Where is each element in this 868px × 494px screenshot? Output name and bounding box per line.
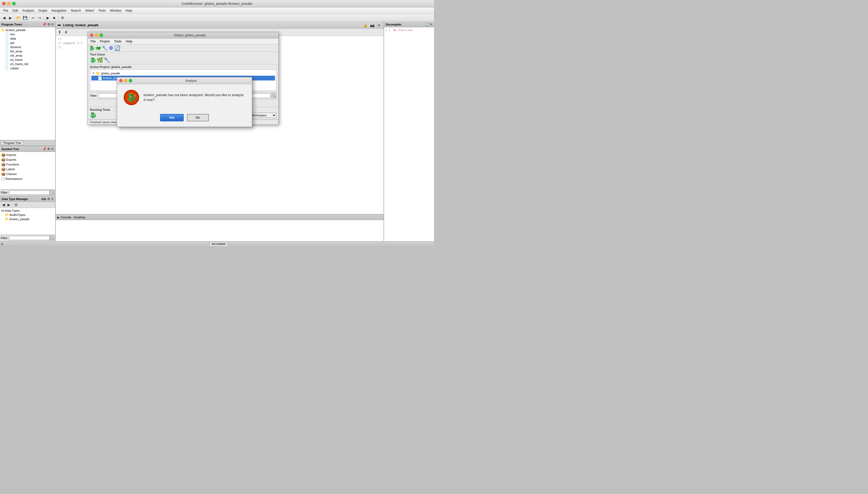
listing-snapshot-icon[interactable]: 📷 [369, 22, 375, 28]
dialog-min-btn[interactable] [124, 79, 127, 82]
console-expand-icon[interactable]: ▶ [57, 216, 59, 219]
toolbar-stop[interactable]: ■ [51, 15, 57, 21]
listing-lock-icon[interactable]: 🔒 [362, 22, 368, 28]
dtm-back-btn[interactable]: ◀ [1, 202, 6, 207]
dtm-fwd-btn[interactable]: ▶ [6, 202, 11, 207]
toolbar-redo[interactable]: ↪ [37, 15, 42, 21]
console-content[interactable] [56, 220, 383, 241]
status-bar: ℹ 00100000 [0, 241, 434, 247]
menu-edit[interactable]: Edit [11, 8, 20, 13]
symbol-functions[interactable]: 📦 Functions [1, 162, 55, 167]
tree-root-item[interactable]: 📁 broken_pwsafe [1, 28, 55, 32]
dtm-close-icon[interactable]: ✕ [51, 197, 54, 201]
toolbar-forward[interactable]: ▶ [7, 15, 13, 21]
close-panel-icon[interactable]: ✕ [51, 23, 54, 26]
toolbar-run[interactable]: ▶ [45, 15, 51, 21]
config-icon-2[interactable]: ⚙ [47, 147, 50, 151]
dtm-broken-pwsafe[interactable]: 📁 broken_pwsafe [1, 217, 55, 221]
listing-tb-btn2[interactable]: ⬇ [63, 29, 69, 35]
tree-item-bss[interactable]: 📄 .bss [1, 32, 55, 36]
symbol-namespaces[interactable]: { } Namespaces [1, 176, 55, 181]
menu-analysis[interactable]: Analysis [20, 8, 36, 13]
menu-navigation[interactable]: Navigation [50, 8, 69, 13]
pin-icon-2[interactable]: 📌 [42, 147, 46, 151]
symbol-classes[interactable]: 📦 Classes [1, 172, 55, 176]
app-title: CodeBrowser: ghidra_pwsafe:/broken_pwsaf… [182, 2, 253, 5]
ghidra-tb-btn4[interactable]: ⚙ [108, 45, 114, 51]
dialog-max-btn[interactable] [129, 79, 132, 82]
dtm-action-btn[interactable]: ⚙ [14, 202, 18, 207]
labels-icon: 📦 [1, 167, 5, 171]
toolbar-save[interactable]: 💾 [22, 15, 28, 21]
dtm-config-icon[interactable]: ⚙ [47, 197, 50, 201]
tree-item-eh-frame[interactable]: 📄 .eh_frame [1, 58, 55, 62]
toolbar-separator-4 [58, 15, 58, 20]
workspace-select[interactable]: Workspace [249, 113, 276, 118]
toolbar-open[interactable]: 📂 [16, 15, 21, 21]
ghidra-min-btn[interactable] [95, 34, 98, 37]
minimize-button[interactable] [7, 2, 11, 5]
tree-item-eh-frame-hdr[interactable]: 📄 .eh_frame_hdr [1, 62, 55, 66]
ghidra-tb-btn1[interactable]: 🐉 [89, 45, 95, 51]
program-tree-tab[interactable]: Program Tree [1, 141, 24, 145]
listing-tb-btn1[interactable]: ⬆ [57, 29, 63, 35]
menu-help[interactable]: Help [123, 8, 134, 13]
ghidra-tb-btn3[interactable]: 🔧 [102, 45, 107, 51]
tree-item-fini-array[interactable]: 📄 .fini_array [1, 49, 55, 53]
symbol-filter-button[interactable]: 🔍 [50, 190, 54, 195]
menu-select[interactable]: Select [83, 8, 96, 13]
close-symbol-icon[interactable]: ✕ [51, 147, 54, 151]
decompiler-refresh-icon[interactable]: 🔄 [425, 23, 429, 26]
menu-window[interactable]: Window [108, 8, 123, 13]
close-button[interactable] [2, 2, 5, 5]
symbol-labels[interactable]: 📦 Labels [1, 167, 55, 172]
g-menu-file[interactable]: File [89, 39, 97, 44]
g-menu-project[interactable]: Project [98, 39, 111, 44]
maximize-button[interactable] [12, 2, 16, 5]
toolbar-back[interactable]: ◀ [1, 15, 7, 21]
g-menu-tools[interactable]: Tools [113, 39, 123, 44]
tree-item-rodata[interactable]: 📄 .rodata [1, 66, 55, 70]
ghidra-window-controls [90, 34, 103, 37]
ghidra-tb-btn5[interactable]: 🔄 [114, 45, 120, 51]
symbol-exports[interactable]: 📦 Exports [1, 157, 55, 162]
dtm-arrow-icon[interactable]: ◀ [41, 197, 43, 201]
tree-item-data[interactable]: 📄 .data [1, 36, 55, 41]
dtm-filter-button[interactable]: 🔍 [50, 235, 54, 240]
ghidra-tb-btn2[interactable]: 🐲 [95, 45, 101, 51]
g-menu-help[interactable]: Help [124, 39, 134, 44]
symbol-filter-input[interactable] [9, 190, 50, 195]
ghidra-close-btn[interactable] [90, 34, 94, 37]
menu-graph[interactable]: Graph [36, 8, 50, 13]
dtm-builtin-types[interactable]: 📁 BuiltInTypes [1, 213, 55, 217]
analyze-yes-button[interactable]: Yes [160, 114, 184, 121]
pin-icon[interactable]: 📌 [42, 23, 46, 26]
window-controls[interactable] [2, 2, 16, 5]
tree-item-got[interactable]: 📄 .got [1, 41, 55, 45]
ghidra-titlebar: Ghidra: ghidra_pwsafe [88, 32, 278, 39]
dialog-close-btn[interactable] [119, 79, 123, 82]
running-tool-icon[interactable]: 🐉 [90, 112, 96, 118]
menu-search[interactable]: Search [69, 8, 83, 13]
tool-chest-icon-3[interactable]: 🔧 [104, 57, 110, 63]
menu-file[interactable]: File [1, 8, 11, 13]
analyze-no-button[interactable]: No [187, 114, 209, 121]
project-filter-btn[interactable]: 🔍 [272, 93, 276, 98]
toolbar-undo[interactable]: ↩ [30, 15, 36, 21]
tree-item-dynamic[interactable]: 📄 .dynamic [1, 45, 55, 49]
toolbar-settings[interactable]: ⚙ [59, 15, 65, 21]
listing-close-icon[interactable]: ✕ [376, 22, 382, 28]
symbol-imports[interactable]: 📦 Imports [1, 152, 55, 157]
project-root-item[interactable]: ▼ 📁 ghidra_pwsafe [91, 71, 275, 76]
menu-tools[interactable]: Tools [96, 8, 108, 13]
dtm-data-types-root[interactable]: 🗃 Data Types [1, 208, 55, 213]
tool-chest-icon-1[interactable]: 🐉 [90, 57, 96, 63]
dtm-filter-input[interactable] [9, 236, 50, 240]
decompiler-close-icon[interactable]: ✕ [430, 23, 432, 26]
ghidra-toolbar: 🐉 🐲 🔧 ⚙ 🔄 [88, 44, 278, 52]
tool-chest-icon-2[interactable]: 🌿 [97, 57, 103, 63]
ghidra-max-btn[interactable] [100, 34, 103, 37]
tree-item-init-array[interactable]: 📄 .init_array [1, 53, 55, 58]
dtm-arrow2-icon[interactable]: ▶ [44, 197, 46, 201]
config-icon[interactable]: ⚙ [47, 23, 50, 26]
